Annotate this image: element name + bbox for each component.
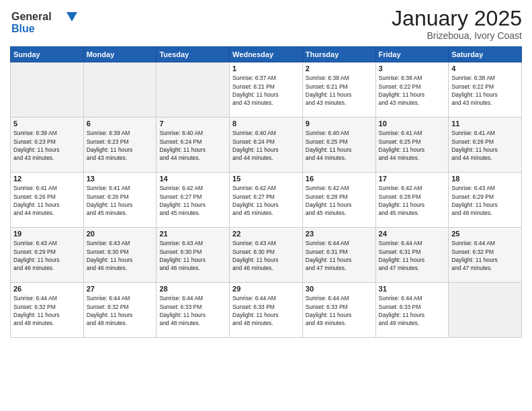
- day-info: Sunrise: 6:41 AM Sunset: 6:26 PM Dayligh…: [13, 184, 81, 217]
- table-row: 16Sunrise: 6:42 AM Sunset: 6:28 PM Dayli…: [302, 173, 375, 228]
- header: General Blue January 2025 Brizeboua, Ivo…: [10, 7, 522, 41]
- day-number: 21: [159, 230, 226, 238]
- table-row: [11, 62, 84, 118]
- day-number: 1: [232, 64, 300, 73]
- calendar-week-row: 19Sunrise: 6:43 AM Sunset: 6:29 PM Dayli…: [11, 228, 522, 283]
- table-row: 7Sunrise: 6:40 AM Sunset: 6:24 PM Daylig…: [157, 118, 230, 173]
- day-info: Sunrise: 6:40 AM Sunset: 6:25 PM Dayligh…: [306, 129, 373, 162]
- day-number: 31: [379, 285, 446, 293]
- day-number: 23: [306, 230, 373, 238]
- table-row: 3Sunrise: 6:38 AM Sunset: 6:22 PM Daylig…: [375, 62, 449, 118]
- col-sunday: Sunday: [11, 47, 84, 62]
- day-number: 26: [13, 285, 81, 293]
- col-wednesday: Wednesday: [230, 47, 303, 62]
- table-row: 1Sunrise: 6:37 AM Sunset: 6:21 PM Daylig…: [230, 62, 303, 118]
- table-row: 12Sunrise: 6:41 AM Sunset: 6:26 PM Dayli…: [11, 173, 84, 228]
- day-info: Sunrise: 6:44 AM Sunset: 6:33 PM Dayligh…: [232, 294, 300, 327]
- day-info: Sunrise: 6:44 AM Sunset: 6:33 PM Dayligh…: [306, 294, 373, 327]
- day-number: 8: [232, 120, 300, 128]
- day-info: Sunrise: 6:41 AM Sunset: 6:26 PM Dayligh…: [87, 184, 154, 217]
- table-row: 11Sunrise: 6:41 AM Sunset: 6:26 PM Dayli…: [449, 118, 522, 173]
- table-row: 2Sunrise: 6:38 AM Sunset: 6:21 PM Daylig…: [302, 62, 375, 118]
- day-number: 9: [306, 120, 373, 128]
- day-number: 12: [13, 175, 81, 183]
- calendar-week-row: 1Sunrise: 6:37 AM Sunset: 6:21 PM Daylig…: [11, 62, 522, 118]
- day-number: 28: [159, 285, 226, 293]
- table-row: 18Sunrise: 6:43 AM Sunset: 6:29 PM Dayli…: [449, 173, 522, 228]
- day-number: 18: [451, 175, 519, 183]
- day-number: 20: [87, 230, 154, 238]
- location: Brizeboua, Ivory Coast: [392, 30, 522, 41]
- day-info: Sunrise: 6:39 AM Sunset: 6:23 PM Dayligh…: [87, 129, 154, 162]
- col-saturday: Saturday: [449, 47, 522, 62]
- day-info: Sunrise: 6:43 AM Sunset: 6:30 PM Dayligh…: [232, 239, 300, 272]
- day-number: 24: [379, 230, 446, 238]
- col-friday: Friday: [375, 47, 449, 62]
- day-info: Sunrise: 6:42 AM Sunset: 6:28 PM Dayligh…: [379, 184, 446, 217]
- table-row: 22Sunrise: 6:43 AM Sunset: 6:30 PM Dayli…: [230, 228, 303, 283]
- table-row: 21Sunrise: 6:43 AM Sunset: 6:30 PM Dayli…: [157, 228, 230, 283]
- day-number: 5: [13, 120, 81, 128]
- table-row: 8Sunrise: 6:40 AM Sunset: 6:24 PM Daylig…: [230, 118, 303, 173]
- day-number: 6: [87, 120, 154, 128]
- day-number: 22: [232, 230, 300, 238]
- col-monday: Monday: [83, 47, 157, 62]
- day-number: 3: [379, 64, 446, 73]
- table-row: 15Sunrise: 6:42 AM Sunset: 6:27 PM Dayli…: [230, 173, 303, 228]
- day-info: Sunrise: 6:44 AM Sunset: 6:31 PM Dayligh…: [379, 239, 446, 272]
- table-row: 20Sunrise: 6:43 AM Sunset: 6:30 PM Dayli…: [83, 228, 157, 283]
- title-section: January 2025 Brizeboua, Ivory Coast: [392, 7, 522, 41]
- day-info: Sunrise: 6:42 AM Sunset: 6:28 PM Dayligh…: [306, 184, 373, 217]
- day-number: 30: [306, 285, 373, 293]
- table-row: 13Sunrise: 6:41 AM Sunset: 6:26 PM Dayli…: [83, 173, 157, 228]
- svg-text:General: General: [11, 11, 52, 22]
- calendar-week-row: 5Sunrise: 6:39 AM Sunset: 6:23 PM Daylig…: [11, 118, 522, 173]
- table-row: 26Sunrise: 6:44 AM Sunset: 6:32 PM Dayli…: [11, 283, 84, 338]
- day-info: Sunrise: 6:44 AM Sunset: 6:32 PM Dayligh…: [87, 294, 154, 327]
- table-row: 25Sunrise: 6:44 AM Sunset: 6:32 PM Dayli…: [449, 228, 522, 283]
- day-number: 10: [379, 120, 446, 128]
- day-number: 16: [306, 175, 373, 183]
- day-info: Sunrise: 6:43 AM Sunset: 6:30 PM Dayligh…: [87, 239, 154, 272]
- day-info: Sunrise: 6:44 AM Sunset: 6:31 PM Dayligh…: [306, 239, 373, 272]
- day-number: 11: [451, 120, 519, 128]
- day-number: 27: [87, 285, 154, 293]
- table-row: 19Sunrise: 6:43 AM Sunset: 6:29 PM Dayli…: [11, 228, 84, 283]
- table-row: [449, 283, 522, 338]
- day-info: Sunrise: 6:42 AM Sunset: 6:27 PM Dayligh…: [232, 184, 300, 217]
- calendar-week-row: 12Sunrise: 6:41 AM Sunset: 6:26 PM Dayli…: [11, 173, 522, 228]
- day-info: Sunrise: 6:39 AM Sunset: 6:23 PM Dayligh…: [13, 129, 81, 162]
- day-number: 14: [159, 175, 226, 183]
- table-row: 30Sunrise: 6:44 AM Sunset: 6:33 PM Dayli…: [302, 283, 375, 338]
- day-info: Sunrise: 6:38 AM Sunset: 6:22 PM Dayligh…: [379, 74, 446, 107]
- day-info: Sunrise: 6:41 AM Sunset: 6:26 PM Dayligh…: [451, 129, 519, 162]
- day-info: Sunrise: 6:43 AM Sunset: 6:29 PM Dayligh…: [451, 184, 519, 217]
- day-number: 2: [306, 64, 373, 73]
- table-row: 28Sunrise: 6:44 AM Sunset: 6:33 PM Dayli…: [157, 283, 230, 338]
- table-row: 24Sunrise: 6:44 AM Sunset: 6:31 PM Dayli…: [375, 228, 449, 283]
- day-number: 7: [159, 120, 226, 128]
- svg-marker-1: [66, 12, 77, 21]
- day-number: 13: [87, 175, 154, 183]
- day-info: Sunrise: 6:38 AM Sunset: 6:22 PM Dayligh…: [451, 74, 519, 107]
- day-number: 19: [13, 230, 81, 238]
- page: General Blue January 2025 Brizeboua, Ivo…: [0, 0, 532, 411]
- day-number: 15: [232, 175, 300, 183]
- month-title: January 2025: [392, 7, 522, 30]
- day-info: Sunrise: 6:44 AM Sunset: 6:33 PM Dayligh…: [159, 294, 226, 327]
- table-row: 10Sunrise: 6:41 AM Sunset: 6:25 PM Dayli…: [375, 118, 449, 173]
- col-thursday: Thursday: [302, 47, 375, 62]
- day-info: Sunrise: 6:44 AM Sunset: 6:32 PM Dayligh…: [13, 294, 81, 327]
- calendar-header-row: Sunday Monday Tuesday Wednesday Thursday…: [11, 47, 522, 62]
- table-row: 5Sunrise: 6:39 AM Sunset: 6:23 PM Daylig…: [11, 118, 84, 173]
- day-info: Sunrise: 6:43 AM Sunset: 6:29 PM Dayligh…: [13, 239, 81, 272]
- day-number: 17: [379, 175, 446, 183]
- day-info: Sunrise: 6:41 AM Sunset: 6:25 PM Dayligh…: [379, 129, 446, 162]
- day-number: 25: [451, 230, 519, 238]
- table-row: 14Sunrise: 6:42 AM Sunset: 6:27 PM Dayli…: [157, 173, 230, 228]
- day-number: 4: [451, 64, 519, 73]
- day-info: Sunrise: 6:40 AM Sunset: 6:24 PM Dayligh…: [159, 129, 226, 162]
- day-number: 29: [232, 285, 300, 293]
- day-info: Sunrise: 6:38 AM Sunset: 6:21 PM Dayligh…: [306, 74, 373, 107]
- table-row: 4Sunrise: 6:38 AM Sunset: 6:22 PM Daylig…: [449, 62, 522, 118]
